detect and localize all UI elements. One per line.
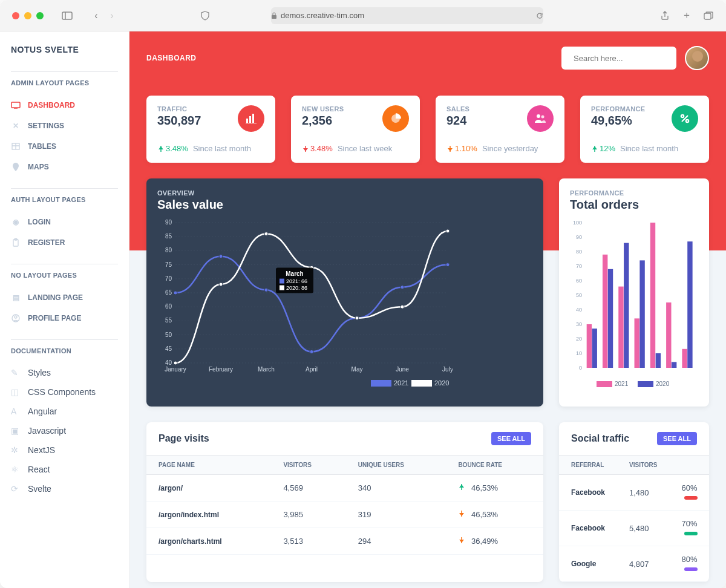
url-text: demos.creative-tim.com xyxy=(281,11,364,20)
svg-point-62 xyxy=(264,232,268,236)
svg-rect-73 xyxy=(371,380,391,387)
table-row[interactable]: /argon/charts.html 3,513 294 36,49% xyxy=(146,528,543,555)
table-row[interactable]: Facebook 5,480 70% xyxy=(559,511,709,546)
pie-chart-icon xyxy=(382,105,409,132)
svg-point-66 xyxy=(446,229,450,233)
avatar[interactable] xyxy=(685,46,709,70)
sidebar-toggle-icon[interactable] xyxy=(62,10,73,21)
sidebar-item-javascript[interactable]: ▣Javascript xyxy=(11,421,118,440)
users-icon xyxy=(527,105,554,132)
svg-rect-16 xyxy=(249,116,251,123)
sidebar-item-nextjs[interactable]: ✲NextJS xyxy=(11,440,118,460)
bounce-cell: 46,53% xyxy=(446,501,543,528)
arrow-orangedown-icon xyxy=(458,510,465,519)
table-row[interactable]: /argon/index.html 3,985 319 46,53% xyxy=(146,501,543,528)
search-box[interactable] xyxy=(561,47,676,70)
svg-text:60: 60 xyxy=(576,278,582,284)
svg-rect-90 xyxy=(603,255,607,368)
bounce-cell: 36,49% xyxy=(446,528,543,555)
line-chart[interactable]: 4045505560657075808590JanuaryFebruaryMar… xyxy=(157,212,453,393)
sidebar-item-maps[interactable]: MAPS xyxy=(11,157,118,177)
stat-since: Since yesterday xyxy=(482,144,538,153)
react-icon: ⚛ xyxy=(11,465,21,474)
svg-text:80: 80 xyxy=(576,249,582,255)
svg-point-22 xyxy=(686,120,688,122)
svg-text:2021: 66: 2021: 66 xyxy=(286,278,307,284)
sidebar-item-angular[interactable]: AAngular xyxy=(11,402,118,421)
svg-rect-88 xyxy=(587,324,592,368)
chart-title: Total orders xyxy=(570,198,698,212)
svg-text:65: 65 xyxy=(165,289,172,296)
sidebar-item-register[interactable]: REGISTER xyxy=(11,232,118,253)
new-tab-icon[interactable]: ＋ xyxy=(681,10,692,21)
close-window-icon[interactable] xyxy=(12,12,19,19)
svg-rect-89 xyxy=(592,328,597,368)
svg-point-58 xyxy=(401,286,404,289)
svg-text:June: June xyxy=(396,366,409,373)
search-input[interactable] xyxy=(574,54,675,63)
clipboard-icon xyxy=(11,238,21,247)
reload-icon[interactable] xyxy=(536,12,543,19)
bar-chart[interactable]: 010203040506070809010020212020 xyxy=(570,212,698,393)
js-icon: ▣ xyxy=(11,426,21,436)
svg-rect-69 xyxy=(280,279,284,284)
angular-icon: A xyxy=(11,407,21,416)
svg-text:50: 50 xyxy=(165,332,172,338)
sidebar-item-profile[interactable]: PROFILE PAGE xyxy=(11,308,118,328)
sidebar-item-dashboard[interactable]: DASHBOARD xyxy=(11,95,118,116)
percent-icon xyxy=(672,105,698,132)
sidebar-item-svelte[interactable]: ⟳Svelte xyxy=(11,479,118,498)
shield-icon[interactable] xyxy=(200,10,211,21)
progress-pill xyxy=(684,532,698,535)
tabs-icon[interactable] xyxy=(703,10,714,21)
svg-rect-97 xyxy=(656,353,661,368)
stat-card-new-users: NEW USERS 2,356 3.48% Since last week xyxy=(291,96,420,163)
svg-text:80: 80 xyxy=(165,247,172,253)
minimize-window-icon[interactable] xyxy=(24,12,31,19)
progress-pill xyxy=(684,496,698,500)
svg-text:April: April xyxy=(306,366,318,373)
sidebar-item-css[interactable]: ◫CSS Components xyxy=(11,382,118,402)
sidebar-item-styles[interactable]: ✎Styles xyxy=(11,363,118,382)
svg-point-55 xyxy=(264,288,268,292)
chart-subtitle: OVERVIEW xyxy=(157,189,532,197)
stat-since: Since last month xyxy=(620,144,678,153)
paint-brush-icon: ✎ xyxy=(11,368,21,377)
see-all-button[interactable]: SEE ALL xyxy=(491,432,531,445)
url-bar[interactable]: demos.creative-tim.com xyxy=(271,7,543,24)
sidebar-item-settings[interactable]: ✕SETTINGS xyxy=(11,116,118,136)
stat-value: 924 xyxy=(446,114,469,128)
table-row[interactable]: /argon/ 4,569 340 46,53% xyxy=(146,475,543,501)
table-col: BOUNCE RATE xyxy=(446,456,543,475)
share-icon[interactable] xyxy=(659,10,670,21)
page-visits-card: Page visits SEE ALL PAGE NAMEVISITORSUNI… xyxy=(146,422,543,582)
stat-delta: 3.48% xyxy=(157,144,188,153)
svg-text:2021: 2021 xyxy=(615,381,629,387)
referral-cell: Facebook xyxy=(559,511,617,546)
table-row[interactable]: Facebook 1,480 60% xyxy=(559,475,709,511)
sidebar-item-login[interactable]: ◉LOGIN xyxy=(11,212,118,232)
table-title: Page visits xyxy=(159,433,209,444)
svg-text:January: January xyxy=(165,366,186,373)
back-icon[interactable]: ‹ xyxy=(91,10,102,21)
table-title: Social traffic xyxy=(571,433,629,444)
sidebar-item-landing[interactable]: ▤LANDING PAGE xyxy=(11,287,118,308)
sidebar-item-label: PROFILE PAGE xyxy=(28,314,81,322)
svg-point-59 xyxy=(446,263,450,267)
brand[interactable]: NOTUS SVELTE xyxy=(11,45,118,54)
svg-rect-95 xyxy=(639,260,644,368)
page-name-cell: /argon/ xyxy=(146,475,271,501)
table-row[interactable]: Google 4,807 80% xyxy=(559,546,709,582)
maximize-window-icon[interactable] xyxy=(36,12,44,19)
svg-rect-75 xyxy=(411,380,432,387)
see-all-button[interactable]: SEE ALL xyxy=(657,432,697,445)
breadcrumb[interactable]: DASHBOARD xyxy=(146,54,197,62)
sidebar-item-label: React xyxy=(28,465,50,474)
sidebar-item-label: TABLES xyxy=(28,142,56,151)
svg-text:2020: 86: 2020: 86 xyxy=(286,285,307,291)
total-orders-chart-card: PERFORMANCE Total orders 010203040506070… xyxy=(559,178,709,407)
sidebar-item-react[interactable]: ⚛React xyxy=(11,460,118,479)
sidebar-item-tables[interactable]: TABLES xyxy=(11,136,118,157)
forward-icon[interactable]: › xyxy=(106,10,117,21)
svg-text:30: 30 xyxy=(576,321,582,327)
